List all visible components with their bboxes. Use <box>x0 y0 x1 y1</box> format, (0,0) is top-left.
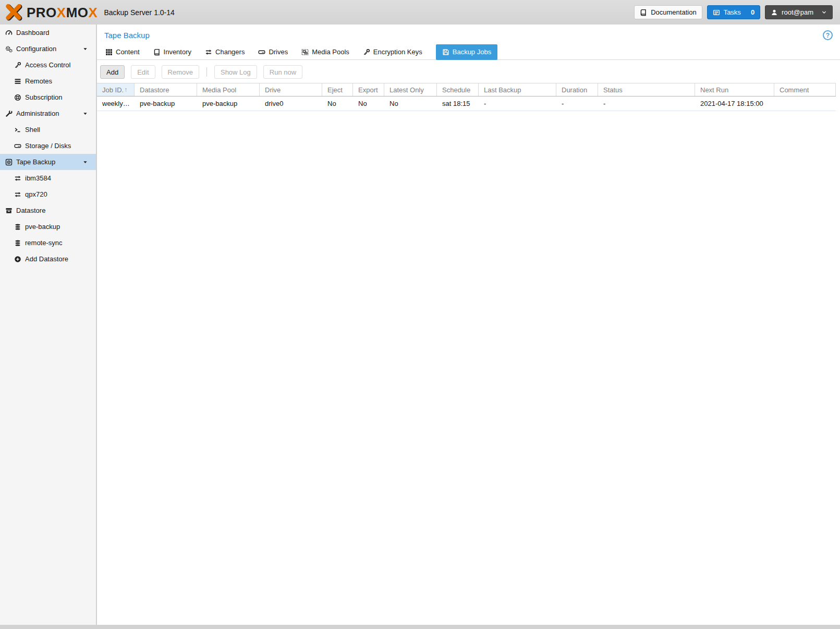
tab-media-pools[interactable]: Media Pools <box>301 48 349 56</box>
column-header-media-pool[interactable]: Media Pool <box>197 83 260 96</box>
column-header-label: Eject <box>327 86 343 94</box>
cell-latest-only: No <box>384 96 437 111</box>
sidebar-item-storage-disks[interactable]: Storage / Disks <box>0 138 96 154</box>
key-icon <box>363 49 370 56</box>
sidebar-item-tape-backup[interactable]: Tape Backup <box>0 154 96 170</box>
tab-label: Encryption Keys <box>373 48 422 56</box>
column-header-label: Last Backup <box>484 86 521 94</box>
column-header-schedule[interactable]: Schedule <box>437 83 479 96</box>
list-icon <box>14 78 22 85</box>
sidebar-item-label: Storage / Disks <box>25 142 71 150</box>
sidebar-item-access-control[interactable]: Access Control <box>0 57 96 73</box>
tab-backup-jobs[interactable]: Backup Jobs <box>436 44 497 60</box>
sidebar: DashboardConfigurationAccess ControlRemo… <box>0 25 96 625</box>
toolbar: AddEditRemoveShow LogRun now <box>97 60 840 83</box>
sidebar-item-datastore[interactable]: Datastore <box>0 202 96 219</box>
column-header-eject[interactable]: Eject <box>322 83 353 96</box>
toolbar-separator <box>206 67 207 77</box>
column-header-drive[interactable]: Drive <box>260 83 322 96</box>
database-icon <box>14 223 22 231</box>
tasks-count-badge: 0 <box>751 8 754 16</box>
column-header-label: Media Pool <box>202 86 236 94</box>
sidebar-item-subscription[interactable]: Subscription <box>0 89 96 105</box>
page-title: Tape Backup <box>104 31 150 40</box>
sidebar-item-label: Shell <box>25 126 40 134</box>
sidebar-item-add-datastore[interactable]: Add Datastore <box>0 251 96 267</box>
cell-export: No <box>353 96 384 111</box>
sidebar-item-shell[interactable]: Shell <box>0 122 96 138</box>
gears-icon <box>5 45 13 53</box>
sidebar-item-ibm3584[interactable]: ibm3584 <box>0 170 96 186</box>
brand-letter: X <box>57 5 66 20</box>
exchange-icon <box>14 191 22 198</box>
wrench-icon <box>5 110 13 117</box>
sidebar-item-label: Access Control <box>25 61 70 69</box>
grid-header: Job ID.↑DatastoreMedia PoolDriveEjectExp… <box>97 83 836 96</box>
tab-drives[interactable]: Drives <box>258 48 288 56</box>
tab-encryption-keys[interactable]: Encryption Keys <box>363 48 422 56</box>
cell-media-pool: pve-backup <box>197 96 260 111</box>
key-icon <box>14 62 22 69</box>
top-bar: PROXMOX Backup Server 1.0-14 Documentati… <box>0 0 840 25</box>
sidebar-item-label: qpx720 <box>25 190 47 198</box>
cell-eject: No <box>322 96 353 111</box>
sidebar-item-configuration[interactable]: Configuration <box>0 41 96 57</box>
tab-content[interactable]: Content <box>105 48 140 56</box>
tasks-button[interactable]: Tasks 0 <box>707 5 760 19</box>
tab-inventory[interactable]: Inventory <box>153 48 191 56</box>
book-icon <box>153 49 161 56</box>
caret-down-icon[interactable] <box>81 159 89 165</box>
cell-schedule: sat 18:15 <box>437 96 479 111</box>
documentation-label: Documentation <box>651 8 696 16</box>
sidebar-item-dashboard[interactable]: Dashboard <box>0 25 96 41</box>
cell-drive: drive0 <box>260 96 322 111</box>
user-menu-button[interactable]: root@pam <box>765 5 833 19</box>
sidebar-item-remotes[interactable]: Remotes <box>0 73 96 89</box>
cell-datastore: pve-backup <box>135 96 197 111</box>
sidebar-item-pve-backup[interactable]: pve-backup <box>0 219 96 235</box>
terminal-icon <box>14 126 22 134</box>
column-header-latest-only[interactable]: Latest Only <box>384 83 437 96</box>
cell-status: - <box>598 96 695 111</box>
sidebar-item-label: Tape Backup <box>16 158 55 166</box>
sidebar-item-qpx720[interactable]: qpx720 <box>0 186 96 202</box>
cell-comment <box>774 96 836 111</box>
cell-job-id: weekly… <box>97 96 135 111</box>
column-header-status[interactable]: Status <box>598 83 695 96</box>
table-row[interactable]: weekly…pve-backuppve-backupdrive0NoNoNos… <box>97 96 836 111</box>
edit-button[interactable]: Edit <box>131 65 155 79</box>
proxmox-wordmark: PROXMOX <box>27 6 98 19</box>
user-label: root@pam <box>782 8 813 16</box>
remove-button[interactable]: Remove <box>162 65 199 79</box>
column-header-job-id[interactable]: Job ID.↑ <box>97 83 135 96</box>
column-header-datastore[interactable]: Datastore <box>135 83 197 96</box>
column-header-duration[interactable]: Duration <box>556 83 598 96</box>
brand-letter: MO <box>66 5 89 20</box>
tab-bar: ContentInventoryChangersDrivesMedia Pool… <box>97 44 840 60</box>
sidebar-item-label: Dashboard <box>16 29 50 37</box>
brand-letter: X <box>89 5 98 20</box>
sidebar-item-administration[interactable]: Administration <box>0 105 96 122</box>
product-title: Backup Server 1.0-14 <box>104 8 174 17</box>
archive-icon <box>5 207 13 214</box>
column-header-label: Export <box>358 86 378 94</box>
caret-down-icon[interactable] <box>81 111 89 116</box>
run-now-button[interactable]: Run now <box>263 65 302 79</box>
tab-changers[interactable]: Changers <box>205 48 245 56</box>
column-header-label: Drive <box>265 86 281 94</box>
documentation-button[interactable]: Documentation <box>634 5 702 19</box>
column-header-comment[interactable]: Comment <box>774 83 836 96</box>
column-header-next-run[interactable]: Next Run <box>695 83 774 96</box>
add-button[interactable]: Add <box>100 65 125 79</box>
column-header-last-backup[interactable]: Last Backup <box>479 83 556 96</box>
exchange-icon <box>205 49 212 56</box>
sidebar-item-remote-sync[interactable]: remote-sync <box>0 235 96 251</box>
exchange-icon <box>14 175 22 182</box>
help-icon[interactable]: ? <box>823 30 833 40</box>
sidebar-item-label: Configuration <box>16 45 56 53</box>
column-header-export[interactable]: Export <box>353 83 384 96</box>
caret-down-icon[interactable] <box>81 46 89 52</box>
user-icon <box>771 9 778 16</box>
tab-label: Changers <box>215 48 245 56</box>
show-log-button[interactable]: Show Log <box>214 65 257 79</box>
